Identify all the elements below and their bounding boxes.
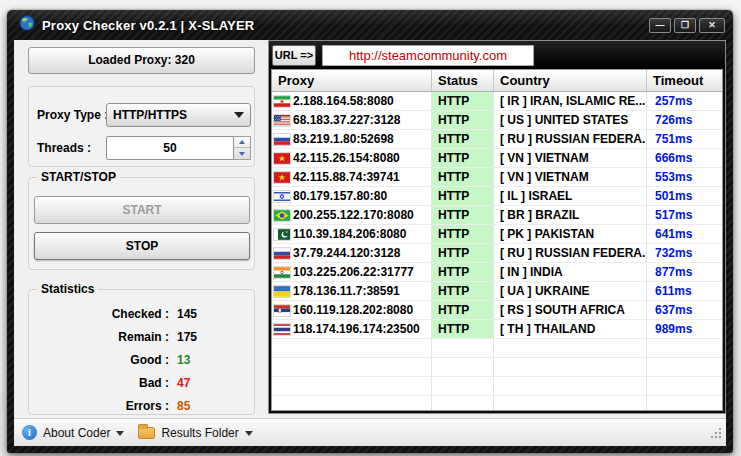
country-flag-icon — [274, 267, 290, 278]
main-content: Loaded Proxy: 320 Proxy Type : HTTP/HTTP… — [14, 40, 726, 446]
statistics-group: Statistics Checked : 145 Remain : 175 Go… — [28, 289, 255, 415]
header-country[interactable]: Country — [494, 70, 647, 91]
minimize-button[interactable]: — — [649, 18, 671, 33]
statistic-label: Remain : — [29, 330, 169, 344]
statistic-value: 85 — [177, 399, 190, 413]
table-row[interactable]: 42.115.26.154:8080 HTTP [ VN ] VIETNAM 6… — [272, 149, 722, 168]
country-flag-icon — [274, 305, 290, 316]
results-folder-item[interactable]: Results Folder — [138, 426, 252, 440]
header-timeout[interactable]: Timeout — [647, 70, 722, 91]
table-row[interactable]: 200.255.122.170:8080 HTTP [ BR ] BRAZIL … — [272, 206, 722, 225]
timeout-cell: 257ms — [647, 92, 722, 110]
proxy-table: Proxy Status Country Timeout 2.188.164.5… — [271, 69, 723, 411]
country-cell: [ US ] UNITED STATES — [494, 111, 647, 129]
proxy-type-value: HTTP/HTTPS — [113, 108, 234, 122]
empty-table-row[interactable] — [272, 358, 722, 377]
threads-stepper — [106, 136, 251, 160]
proxy-address: 160.119.128.202:8080 — [293, 301, 413, 319]
status-cell: HTTP — [432, 111, 494, 129]
triangle-down-icon — [239, 152, 245, 156]
country-cell: [ IN ] INDIA — [494, 263, 647, 281]
proxy-type-label: Proxy Type : — [37, 108, 108, 122]
status-cell: HTTP — [432, 263, 494, 281]
status-cell: HTTP — [432, 187, 494, 205]
app-window: Proxy Checker v0.2.1 | X-SLAYER — ❐ ✕ Lo… — [7, 10, 733, 453]
statistic-label: Bad : — [29, 376, 169, 390]
resize-grip[interactable] — [709, 425, 722, 443]
empty-table-row[interactable] — [272, 377, 722, 396]
proxy-address: 200.255.122.170:8080 — [293, 206, 414, 224]
about-coder-item[interactable]: i About Coder — [22, 425, 124, 440]
maximize-button[interactable]: ❐ — [674, 18, 696, 33]
url-label: URL => — [272, 45, 316, 66]
spin-up-button[interactable] — [234, 137, 250, 148]
statistic-value: 175 — [177, 330, 197, 344]
country-cell: [ IL ] ISRAEL — [494, 187, 647, 205]
timeout-cell — [647, 358, 722, 376]
timeout-cell: 641ms — [647, 225, 722, 243]
status-cell: HTTP — [432, 130, 494, 148]
loaded-proxy-button[interactable]: Loaded Proxy: 320 — [28, 47, 255, 74]
proxy-address: 103.225.206.22:31777 — [293, 263, 414, 281]
country-flag-icon — [274, 229, 290, 240]
header-proxy[interactable]: Proxy — [272, 70, 432, 91]
proxy-address: 178.136.11.7:38591 — [293, 282, 400, 300]
country-flag-icon — [274, 172, 290, 183]
header-status[interactable]: Status — [432, 70, 494, 91]
proxy-address: 2.188.164.58:8080 — [293, 92, 394, 110]
start-button[interactable]: START — [34, 196, 250, 224]
country-cell: [ BR ] BRAZIL — [494, 206, 647, 224]
proxy-address: 37.79.244.120:3128 — [293, 244, 400, 262]
country-flag-icon — [274, 210, 290, 221]
country-flag-icon — [274, 96, 290, 107]
status-cell: HTTP — [432, 168, 494, 186]
statistic-value: 47 — [177, 376, 190, 390]
proxy-type-dropdown[interactable]: HTTP/HTTPS — [106, 103, 251, 127]
close-button[interactable]: ✕ — [699, 18, 725, 33]
url-input[interactable] — [322, 45, 534, 66]
threads-input[interactable] — [106, 136, 234, 160]
table-row[interactable]: 178.136.11.7:38591 HTTP [ UA ] UKRAINE 6… — [272, 282, 722, 301]
empty-table-row[interactable] — [272, 396, 722, 411]
timeout-cell: 732ms — [647, 244, 722, 262]
table-row[interactable]: 110.39.184.206:8080 HTTP [ PK ] PAKISTAN… — [272, 225, 722, 244]
statistic-label: Checked : — [29, 307, 169, 321]
results-folder-label: Results Folder — [161, 426, 238, 440]
table-row[interactable]: 37.79.244.120:3128 HTTP [ RU ] RUSSIAN F… — [272, 244, 722, 263]
table-row[interactable]: 2.188.164.58:8080 HTTP [ IR ] IRAN, ISLA… — [272, 92, 722, 111]
table-row[interactable]: 68.183.37.227:3128 HTTP [ US ] UNITED ST… — [272, 111, 722, 130]
empty-table-row[interactable] — [272, 339, 722, 358]
status-cell: HTTP — [432, 320, 494, 338]
spin-down-button[interactable] — [234, 148, 250, 159]
statistic-value: 145 — [177, 307, 197, 321]
statistic-row: Checked : 145 — [29, 302, 244, 325]
country-cell: [ VN ] VIETNAM — [494, 168, 647, 186]
about-coder-label: About Coder — [43, 426, 110, 440]
timeout-cell: 501ms — [647, 187, 722, 205]
country-cell: [ IR ] IRAN, ISLAMIC RE... — [494, 92, 647, 110]
url-bar: URL => — [269, 41, 725, 69]
timeout-cell: 989ms — [647, 320, 722, 338]
proxy-address: 42.115.26.154:8080 — [293, 149, 400, 167]
timeout-cell — [647, 377, 722, 395]
timeout-cell: 637ms — [647, 301, 722, 319]
results-panel: URL => Proxy Status Country Timeout 2.18… — [268, 40, 726, 414]
table-row[interactable]: 80.179.157.80:80 HTTP [ IL ] ISRAEL 501m… — [272, 187, 722, 206]
stop-button[interactable]: STOP — [34, 232, 250, 260]
statistic-row: Remain : 175 — [29, 325, 244, 348]
table-row[interactable]: 42.115.88.74:39741 HTTP [ VN ] VIETNAM 5… — [272, 168, 722, 187]
country-flag-icon — [274, 153, 290, 164]
table-row[interactable]: 118.174.196.174:23500 HTTP [ TH ] THAILA… — [272, 320, 722, 339]
table-row[interactable]: 83.219.1.80:52698 HTTP [ RU ] RUSSIAN FE… — [272, 130, 722, 149]
table-row[interactable]: 160.119.128.202:8080 HTTP [ RS ] SOUTH A… — [272, 301, 722, 320]
timeout-cell: 553ms — [647, 168, 722, 186]
table-row[interactable]: 103.225.206.22:31777 HTTP [ IN ] INDIA 8… — [272, 263, 722, 282]
status-cell: HTTP — [432, 225, 494, 243]
proxy-address: 80.179.157.80:80 — [293, 187, 387, 205]
proxy-address: 110.39.184.206:8080 — [293, 225, 406, 243]
proxy-address: 83.219.1.80:52698 — [293, 130, 394, 148]
country-cell: [ RS ] SOUTH AFRICA — [494, 301, 647, 319]
country-cell: [ PK ] PAKISTAN — [494, 225, 647, 243]
folder-icon — [138, 427, 155, 439]
timeout-cell: 726ms — [647, 111, 722, 129]
